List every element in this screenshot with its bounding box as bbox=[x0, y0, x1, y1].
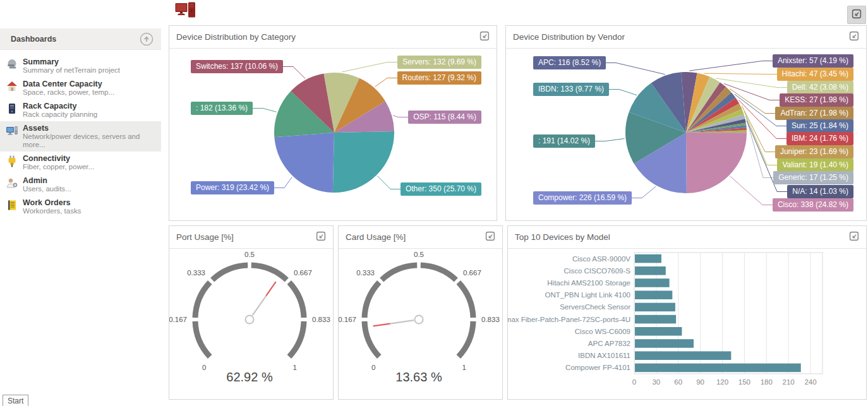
sidebar-item-assets[interactable]: AssetsNetwork/power devices, servers and… bbox=[0, 121, 161, 152]
bar-cisco-ws-c6009[interactable] bbox=[635, 327, 682, 336]
sidebar-item-subtitle: Summary of netTerrain project bbox=[23, 66, 157, 75]
gauge-value: 13.63 % bbox=[395, 370, 442, 384]
top10-bar-chart: 0306090120150180210240Cisco ASR-9000VCis… bbox=[508, 249, 866, 400]
panel-export-button[interactable] bbox=[848, 231, 860, 244]
gauge-tick-label: 0.667 bbox=[294, 269, 312, 277]
sidebar-item-data-center-capacity[interactable]: Data Center CapacitySpace, racks, power,… bbox=[0, 77, 161, 99]
gauge-tick-label: 0 bbox=[371, 364, 375, 371]
bar-x-tick-label: 90 bbox=[696, 378, 704, 386]
bar-cisco-asr-9000v[interactable] bbox=[635, 254, 661, 263]
rack-capacity-icon bbox=[6, 102, 18, 115]
gauge-arc-segment bbox=[212, 265, 248, 280]
panel-export-button[interactable] bbox=[478, 31, 491, 44]
bar-compower-fp-4101[interactable] bbox=[635, 364, 801, 373]
pie-leader-line bbox=[704, 73, 777, 74]
pie-callout-routers: Routers: 127 (9.32 %) bbox=[397, 71, 481, 85]
sidebar-item-connectivity[interactable]: ConnectivityFiber, copper, power... bbox=[0, 152, 161, 174]
panel-category-header: Device Distribution by Category bbox=[169, 26, 497, 49]
sidebar-item-rack-capacity[interactable]: Rack CapacityRack capacity planning bbox=[0, 99, 161, 121]
bar-svg: 0306090120150180210240Cisco ASR-9000VCis… bbox=[508, 249, 866, 400]
gauge-arc-segment bbox=[365, 321, 379, 357]
export-report-icon bbox=[316, 234, 327, 244]
dashboard-page: { "taskbar": { "start_label": "Start" },… bbox=[0, 0, 868, 406]
export-dashboard-button[interactable] bbox=[847, 6, 866, 24]
sidebar-item-subtitle: Network/power devices, servers and more.… bbox=[23, 133, 157, 149]
panel-card-usage: Card Usage [%] 00.1670.3330.50.6670.8331… bbox=[338, 225, 503, 400]
pie-callout-osp: OSP: 115 (8.44 %) bbox=[408, 110, 481, 124]
pie-callout-power: Power: 319 (23.42 %) bbox=[191, 181, 274, 194]
collapse-up-icon[interactable] bbox=[140, 32, 154, 46]
pie-callout-valiant: Valiant: 19 (1.40 %) bbox=[777, 158, 853, 172]
sidebar-item-subtitle: Fiber, copper, power... bbox=[23, 163, 157, 171]
pie-leader-line bbox=[632, 186, 656, 198]
sidebar-item-title: Data Center Capacity bbox=[23, 80, 157, 88]
sidebar-item-work-orders[interactable]: Work OrdersWorkorders, tasks bbox=[0, 196, 161, 218]
pie-callout-unlabeled: : 182 (13.36 %) bbox=[191, 102, 253, 115]
gauge-tick-label: 0.5 bbox=[244, 251, 255, 258]
gauge-tick-label: 0.833 bbox=[481, 316, 500, 323]
gauge-arc-segment bbox=[195, 321, 210, 357]
gauge-tick-label: 0 bbox=[202, 364, 206, 371]
pie-slice-power[interactable] bbox=[274, 133, 334, 193]
panel-export-button[interactable] bbox=[315, 231, 327, 244]
pie-leader-line bbox=[595, 139, 625, 141]
panel-export-button[interactable] bbox=[484, 231, 497, 244]
pie-callout-dell: Dell: 42 (3.08 %) bbox=[787, 81, 853, 94]
gauge-tick-label: 0.167 bbox=[169, 316, 187, 323]
panel-title: Card Usage [%] bbox=[346, 232, 484, 242]
bar-x-tick-label: 30 bbox=[652, 378, 660, 386]
gauge-tick-label: 0.667 bbox=[463, 269, 481, 277]
bar-ont-pbn-light-link-4100[interactable] bbox=[635, 290, 672, 299]
gauge-tick-label: 1 bbox=[293, 364, 297, 371]
pie-callout-compower: Compower: 226 (16.59 %) bbox=[533, 191, 632, 205]
bar-category-label: Compower FP-4101 bbox=[565, 364, 630, 371]
panel-card-header: Card Usage [%] bbox=[339, 226, 502, 249]
sidebar-item-admin[interactable]: AdminUsers, audits... bbox=[0, 174, 161, 196]
pie-leader-line bbox=[283, 67, 305, 79]
panel-top10-header: Top 10 Devices by Model bbox=[508, 226, 866, 249]
export-report-icon bbox=[485, 234, 496, 244]
bar-ibdn-ax101611[interactable] bbox=[635, 351, 731, 360]
bar-cisco-cisco7609-s[interactable] bbox=[635, 266, 666, 275]
bar-apc-ap7832[interactable] bbox=[635, 339, 694, 348]
gauge-hub bbox=[246, 316, 254, 324]
sidebar-item-summary[interactable]: SummarySummary of netTerrain project bbox=[0, 55, 161, 77]
pie-slice-cisco[interactable] bbox=[686, 133, 747, 193]
vendor-pie-chart: Anixster: 57 (4.19 %)Hitachi: 47 (3.45 %… bbox=[506, 49, 866, 221]
pie-leader-line bbox=[689, 61, 773, 71]
pie-callout-other: Other: 350 (25.70 %) bbox=[401, 182, 481, 196]
pie-leader-line bbox=[274, 177, 292, 188]
pie-leader-line bbox=[730, 176, 773, 205]
assets-computer-icon bbox=[175, 2, 196, 20]
pie-callout-ibm: IBM: 24 (1.76 %) bbox=[787, 132, 853, 145]
pie-leader-line bbox=[744, 111, 777, 165]
panel-vendor: Device Distribution by Vendor Anixster: … bbox=[505, 25, 867, 221]
gauge-arc-segment bbox=[459, 321, 473, 357]
gauge-svg: 00.1670.3330.50.6670.833162.92 % bbox=[169, 249, 333, 400]
gauge-hub bbox=[415, 316, 423, 324]
export-report-icon bbox=[849, 34, 860, 44]
bar-hitachi-ams2100-storage[interactable] bbox=[635, 278, 670, 287]
start-button[interactable]: Start bbox=[3, 395, 28, 406]
panel-port-header: Port Usage [%] bbox=[169, 226, 333, 249]
bar-serverscheck-sensor[interactable] bbox=[635, 303, 675, 312]
sidebar-item-title: Connectivity bbox=[23, 154, 157, 163]
admin-icon bbox=[6, 177, 18, 189]
export-report-icon bbox=[849, 234, 860, 244]
gauge-arc-segment bbox=[195, 282, 210, 318]
bar-category-label: ServersCheck Sensor bbox=[560, 303, 630, 311]
bar-category-label: Systimax Fiber-Patch-Panel-72SC-ports-4U bbox=[508, 316, 630, 323]
panel-export-button[interactable] bbox=[848, 31, 860, 44]
gauge-tick-label: 1 bbox=[462, 364, 466, 371]
sidebar-item-title: Rack Capacity bbox=[23, 102, 157, 110]
gauge-arc-segment bbox=[365, 282, 379, 318]
pie-callout-apc: APC: 116 (8.52 %) bbox=[533, 56, 606, 69]
bar-systimax-fiber-patch-panel-72sc-ports-4u[interactable] bbox=[635, 315, 676, 324]
data-center-capacity-icon bbox=[6, 80, 18, 93]
sidebar-item-subtitle: Rack capacity planning bbox=[23, 110, 157, 119]
gauge-needle bbox=[373, 324, 390, 326]
gauge-needle bbox=[390, 320, 414, 323]
pie-callout-kess: KESS: 27 (1.98 %) bbox=[780, 93, 853, 107]
connectivity-icon bbox=[6, 155, 18, 167]
gauge-arc-segment bbox=[459, 282, 473, 318]
